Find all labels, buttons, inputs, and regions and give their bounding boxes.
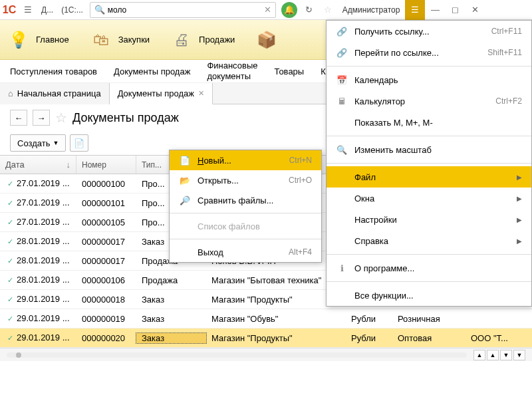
main-menu-button[interactable]: ☰	[405, 0, 425, 20]
subnav-finance[interactable]: Финансовые документы	[207, 61, 257, 81]
menu-separator	[327, 254, 531, 255]
table-cell: 000000017	[76, 256, 136, 266]
subnav-goods[interactable]: Товары	[274, 66, 304, 76]
search-box[interactable]: 🔍 ✕	[90, 2, 276, 18]
lamp-icon: 💡	[7, 28, 31, 52]
document-icon: ✓	[5, 237, 15, 247]
submenu-file-list: Список файлов	[170, 216, 321, 236]
menu-get-link[interactable]: 🔗Получить ссылку...Ctrl+F11	[327, 21, 531, 42]
scroll-up-button[interactable]: ▲	[487, 350, 499, 360]
submenu-new[interactable]: 📄Новый...Ctrl+N	[170, 150, 321, 170]
calendar-icon: 📅	[336, 75, 348, 85]
info-icon: ℹ	[336, 263, 348, 273]
document-icon: ✓	[5, 276, 15, 285]
table-cell: Продажа	[136, 275, 206, 285]
table-cell: 000000018	[76, 295, 136, 305]
nav-main[interactable]: 💡 Главное	[7, 28, 69, 52]
create-button[interactable]: Создать ▼	[10, 134, 66, 152]
table-cell: Оптовая	[392, 333, 466, 343]
document-icon: ✓	[5, 180, 15, 189]
notifications-icon[interactable]: 🔔	[281, 2, 297, 18]
table-cell: 000000100	[76, 179, 136, 189]
table-cell: 000000106	[76, 275, 136, 285]
nav-forward-button[interactable]: →	[33, 110, 50, 126]
table-cell: 000000019	[76, 314, 136, 324]
copy-button[interactable]: 📄	[70, 134, 88, 152]
close-button[interactable]: ✕	[465, 0, 485, 20]
table-cell: 000000105	[76, 217, 136, 227]
dropdown-icon: ▼	[53, 140, 59, 146]
menu-separator	[170, 239, 321, 239]
table-cell: ✓29.01.2019 ...	[0, 332, 76, 343]
table-cell: Рубли	[346, 314, 392, 324]
table-cell: 000000020	[76, 333, 136, 343]
table-cell: Розничная	[392, 314, 466, 324]
nav-back-button[interactable]: ←	[10, 110, 27, 126]
table-cell: ООО "Т...	[466, 333, 519, 343]
table-cell: ✓27.01.2019 ...	[0, 198, 76, 208]
clear-search-icon[interactable]: ✕	[264, 5, 271, 15]
nav-box[interactable]: 📦	[255, 28, 279, 52]
menu-zoom[interactable]: 🔍Изменить масштаб	[327, 139, 531, 160]
open-folder-icon: 📂	[179, 176, 191, 186]
document-icon: ✓	[5, 257, 15, 266]
menu-all-functions[interactable]: Все функции...	[327, 285, 531, 306]
bag-icon: 🛍	[89, 28, 113, 52]
app-logo-icon: 1C	[0, 1, 19, 19]
table-cell: Магазин "Продукты"	[206, 333, 346, 343]
nav-sales[interactable]: 🖨 Продажи	[170, 28, 235, 52]
document-icon: ✓	[5, 199, 15, 208]
scroll-down-button[interactable]: ▼	[500, 350, 512, 360]
window-title-1: Д...	[37, 5, 57, 15]
scroll-bottom-button[interactable]: ▼	[513, 350, 525, 360]
scroll-top-button[interactable]: ▲	[473, 350, 485, 360]
tab-docs[interactable]: Документы продаж ✕	[110, 83, 213, 104]
minimize-button[interactable]: —	[425, 0, 445, 20]
menu-calendar[interactable]: 📅Календарь	[327, 69, 531, 90]
col-num[interactable]: Номер	[76, 156, 136, 174]
table-cell: Заказ	[136, 295, 206, 305]
zoom-icon: 🔍	[336, 145, 348, 155]
favorite-page-icon[interactable]: ☆	[55, 110, 67, 126]
document-icon: ✓	[5, 334, 15, 343]
table-cell: 000000017	[76, 237, 136, 247]
tab-home[interactable]: ⌂ Начальная страница	[0, 83, 110, 104]
tab-close-icon[interactable]: ✕	[198, 89, 204, 98]
hamburger-icon[interactable]: ☰	[19, 1, 37, 19]
subnav-docs[interactable]: Документы продаж	[114, 66, 190, 76]
table-cell: ✓28.01.2019 ...	[0, 236, 76, 247]
document-icon: ✓	[5, 315, 15, 324]
submenu-exit[interactable]: ВыходAlt+F4	[170, 242, 321, 262]
submenu-open[interactable]: 📂Открыть...Ctrl+O	[170, 170, 321, 190]
main-dropdown-menu: 🔗Получить ссылку...Ctrl+F11 🔗Перейти по …	[326, 20, 532, 307]
menu-go-link[interactable]: 🔗Перейти по ссылке...Shift+F11	[327, 42, 531, 63]
menu-windows[interactable]: Окна▶	[327, 188, 531, 209]
maximize-button[interactable]: ◻	[445, 0, 465, 20]
menu-help[interactable]: Справка▶	[327, 230, 531, 251]
menu-settings[interactable]: Настройки▶	[327, 209, 531, 230]
subnav-receipts[interactable]: Поступления товаров	[10, 66, 97, 76]
calculator-icon: 🖩	[336, 96, 348, 106]
scroll-thumb[interactable]	[16, 352, 21, 358]
goto-link-icon: 🔗	[336, 48, 348, 58]
arrow-right-icon: ▶	[517, 237, 522, 245]
history-icon[interactable]: ↻	[300, 1, 319, 19]
scroll-track[interactable]	[7, 352, 467, 358]
search-input[interactable]	[108, 5, 264, 15]
table-row[interactable]: ✓29.01.2019 ...000000019ЗаказМагазин "Об…	[0, 309, 532, 329]
favorite-icon[interactable]: ☆	[319, 1, 337, 19]
submenu-compare[interactable]: 🔎Сравнить файлы...	[170, 190, 321, 210]
table-cell: ✓28.01.2019 ...	[0, 275, 76, 285]
menu-show-m[interactable]: Показать M, M+, M-	[327, 112, 531, 133]
cash-register-icon: 🖨	[170, 28, 194, 52]
menu-file[interactable]: Файл▶	[327, 166, 531, 188]
nav-purchases[interactable]: 🛍 Закупки	[89, 28, 150, 52]
compare-icon: 🔎	[179, 196, 191, 205]
menu-separator	[327, 281, 531, 282]
table-cell: ✓29.01.2019 ...	[0, 294, 76, 305]
menu-calculator[interactable]: 🖩КалькуляторCtrl+F2	[327, 90, 531, 112]
menu-about[interactable]: ℹО программе...	[327, 257, 531, 279]
arrow-right-icon: ▶	[517, 195, 522, 202]
table-row[interactable]: ✓29.01.2019 ...000000020ЗаказМагазин "Пр…	[0, 329, 532, 348]
col-date[interactable]: Дата↓	[0, 156, 76, 174]
